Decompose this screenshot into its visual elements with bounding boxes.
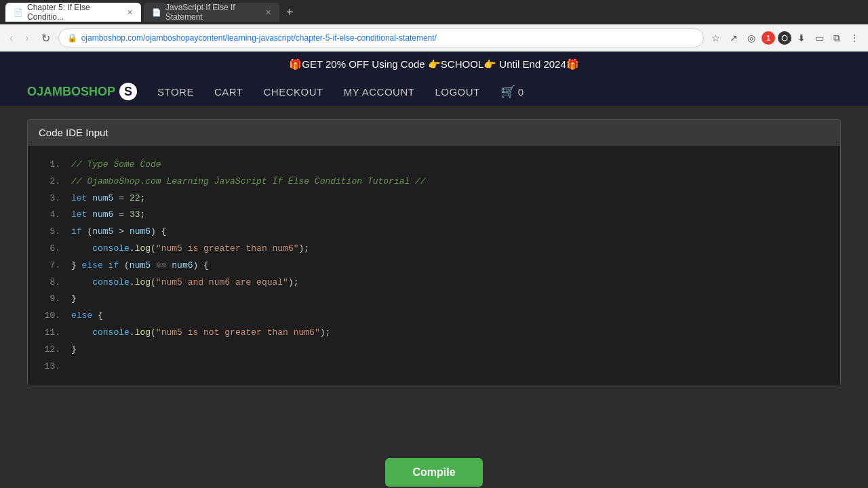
compile-button[interactable]: Compile <box>385 458 482 487</box>
code-ide-box: Code IDE Input 1. // Type Some Code 2. /… <box>27 119 841 386</box>
nav-myaccount-link[interactable]: MY ACCOUNT <box>344 86 415 98</box>
line-num-13: 13. <box>39 360 60 374</box>
tab2-title: JavaScript If Else If Statement <box>165 3 258 22</box>
code-line-12: 12. } <box>28 342 840 359</box>
line-num-5: 5. <box>39 225 60 239</box>
line-num-9: 9. <box>39 292 60 306</box>
line-num-7: 7. <box>39 259 60 273</box>
code-line-3: 3. let num5 = 22; <box>28 190 840 207</box>
line-code-3: let num5 = 22; <box>71 192 145 206</box>
extensions-button[interactable]: ⧉ <box>830 30 844 47</box>
promo-bar: 🎁GET 20% OFF Using Code 👉SCHOOL👉 Until E… <box>0 52 868 77</box>
new-tab-button[interactable]: + <box>282 5 298 20</box>
line-code-12: } <box>71 343 77 357</box>
code-line-9: 9. } <box>28 291 840 308</box>
line-code-4: let num6 = 33; <box>71 208 145 222</box>
site-nav: OJAMBOSHOP S STORE CART CHECKOUT MY ACCO… <box>0 77 868 106</box>
line-num-12: 12. <box>39 343 60 357</box>
bookmark-star-button[interactable]: ☆ <box>708 30 724 46</box>
line-num-3: 3. <box>39 192 60 206</box>
main-content: Code IDE Input 1. // Type Some Code 2. /… <box>0 106 868 445</box>
line-code-5: if (num5 > num6) { <box>71 225 167 239</box>
tab-title: Chapter 5: If Else Conditio... <box>27 3 120 22</box>
logo-s-badge: S <box>119 83 137 100</box>
cart-icon-wrapper[interactable]: 🛒 0 <box>500 84 524 99</box>
tab-active[interactable]: 📄 Chapter 5: If Else Conditio... ✕ <box>5 3 141 22</box>
nav-store-link[interactable]: STORE <box>157 86 194 98</box>
extension-badge-red[interactable]: 1 <box>762 31 775 45</box>
browser-nav-bar: ‹ › ↻ 🔒 ojamboshop.com/ojamboshopayconte… <box>0 24 868 52</box>
line-num-6: 6. <box>39 242 60 256</box>
line-num-2: 2. <box>39 175 60 189</box>
tab-inactive[interactable]: 📄 JavaScript If Else If Statement ✕ <box>144 3 279 22</box>
tab2-favicon: 📄 <box>152 8 161 17</box>
tab-close-button[interactable]: ✕ <box>127 8 133 17</box>
code-line-10: 10. else { <box>28 308 840 325</box>
tab-bar: 📄 Chapter 5: If Else Conditio... ✕ 📄 Jav… <box>0 0 868 24</box>
cart-bag-icon: 🛒 <box>500 84 515 99</box>
logo-text[interactable]: OJAMBOSHOP <box>27 85 115 99</box>
url-text: ojamboshop.com/ojamboshopaycontent/learn… <box>81 33 695 43</box>
browser-chrome: 📄 Chapter 5: If Else Conditio... ✕ 📄 Jav… <box>0 0 868 52</box>
rss-button[interactable]: ◎ <box>744 30 759 46</box>
code-line-11: 11. console.log("num5 is not greater tha… <box>28 325 840 342</box>
nav-checkout-link[interactable]: CHECKOUT <box>264 86 323 98</box>
code-line-1: 1. // Type Some Code <box>28 157 840 174</box>
browser-nav-icons: ☆ ↗ ◎ 1 ⬡ ⬇ ▭ ⧉ ⋮ <box>708 30 863 47</box>
line-code-6: console.log("num5 is greater than num6")… <box>71 242 309 256</box>
line-code-2: // OjamboShop.com Learning JavaScript If… <box>71 175 426 189</box>
address-bar[interactable]: 🔒 ojamboshop.com/ojamboshopaycontent/lea… <box>58 28 704 47</box>
back-button[interactable]: ‹ <box>5 29 17 47</box>
code-ide-header: Code IDE Input <box>28 120 840 146</box>
code-line-2: 2. // OjamboShop.com Learning JavaScript… <box>28 174 840 190</box>
nav-logout-link[interactable]: LOGOUT <box>435 86 479 98</box>
code-line-6: 6. console.log("num5 is greater than num… <box>28 241 840 258</box>
code-ide-title: Code IDE Input <box>39 127 108 138</box>
code-line-5: 5. if (num5 > num6) { <box>28 224 840 241</box>
line-code-8: console.log("num5 and num6 are equal"); <box>71 276 299 290</box>
tab-favicon: 📄 <box>14 8 23 17</box>
share-button[interactable]: ↗ <box>726 30 741 46</box>
line-code-9: } <box>71 292 77 306</box>
screenshot-button[interactable]: ▭ <box>812 30 827 46</box>
promo-text: 🎁GET 20% OFF Using Code 👉SCHOOL👉 Until E… <box>289 58 579 70</box>
line-code-7: } else if (num5 == num6) { <box>71 259 209 273</box>
menu-button[interactable]: ⋮ <box>846 30 863 46</box>
site-logo[interactable]: OJAMBOSHOP S <box>27 83 137 100</box>
code-line-8: 8. console.log("num5 and num6 are equal"… <box>28 274 840 291</box>
code-editor[interactable]: 1. // Type Some Code 2. // OjamboShop.co… <box>28 146 840 386</box>
code-line-13: 13. <box>28 359 840 375</box>
line-num-1: 1. <box>39 158 60 172</box>
reload-button[interactable]: ↻ <box>37 29 54 47</box>
cart-count: 0 <box>518 86 524 98</box>
nav-cart-link[interactable]: CART <box>214 86 243 98</box>
extension-badge-dark[interactable]: ⬡ <box>778 31 791 45</box>
compile-section: Compile <box>0 445 868 488</box>
forward-button[interactable]: › <box>21 29 33 47</box>
tab2-close-button[interactable]: ✕ <box>265 8 271 17</box>
line-code-10: else { <box>71 309 103 323</box>
line-code-1: // Type Some Code <box>71 158 161 172</box>
lock-icon: 🔒 <box>67 33 77 43</box>
line-code-11: console.log("num5 is not greater than nu… <box>71 326 330 340</box>
code-line-7: 7. } else if (num5 == num6) { <box>28 258 840 274</box>
line-num-8: 8. <box>39 276 60 290</box>
code-line-4: 4. let num6 = 33; <box>28 207 840 224</box>
line-num-4: 4. <box>39 208 60 222</box>
download-button[interactable]: ⬇ <box>794 30 809 46</box>
line-num-10: 10. <box>39 309 60 323</box>
line-num-11: 11. <box>39 326 60 340</box>
